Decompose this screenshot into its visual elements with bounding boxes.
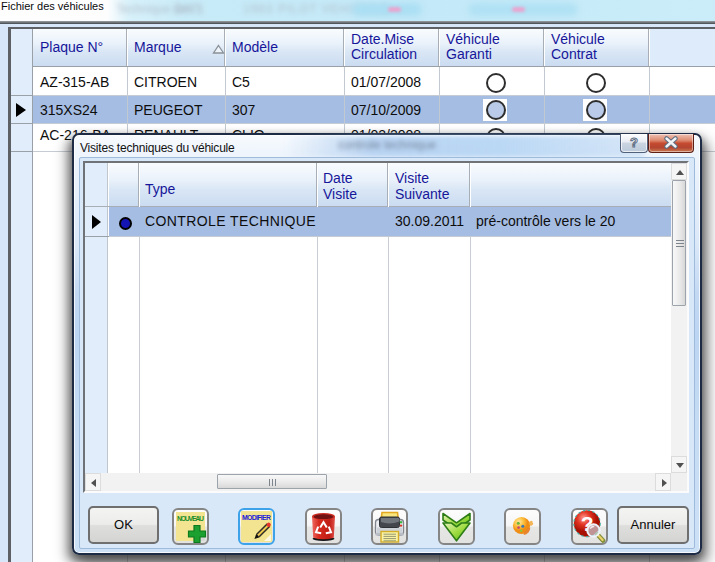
- svg-text:NOUVEAU: NOUVEAU: [177, 515, 204, 522]
- svg-text:MODIFIER: MODIFIER: [242, 514, 271, 521]
